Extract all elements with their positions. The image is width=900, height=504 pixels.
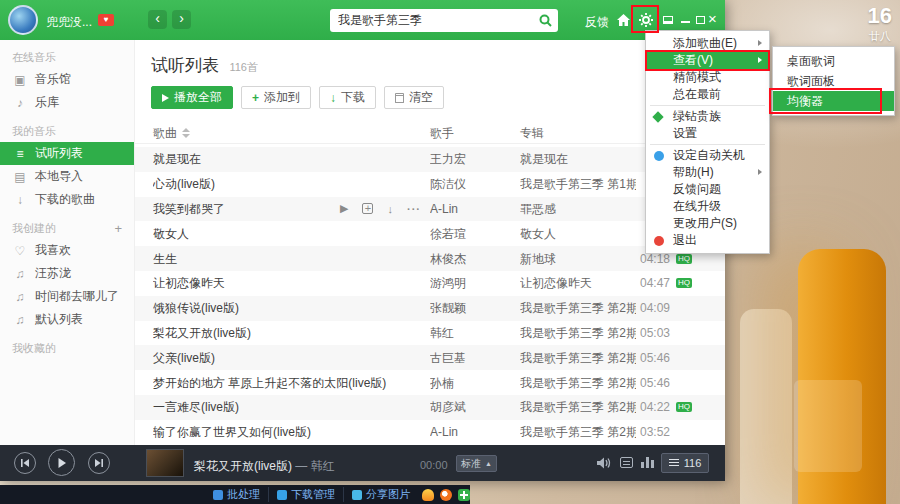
column-album[interactable]: 专辑 bbox=[520, 125, 544, 142]
song-artist[interactable]: 孙楠 bbox=[430, 374, 512, 391]
sidebar-item-downloaded[interactable]: ↓ 下载的歌曲 bbox=[0, 188, 134, 211]
quality-selector[interactable]: 标准 ▲ bbox=[456, 455, 497, 472]
sidebar-item-listening-list[interactable]: ≡ 试听列表 bbox=[0, 142, 134, 165]
menu-item-view[interactable]: 查看(V) bbox=[646, 52, 769, 69]
table-row[interactable]: 输了你赢了世界又如何(live版) A-Lin 我是歌手第三季 第2期 03:5… bbox=[135, 420, 725, 445]
song-artist[interactable]: 游鸿明 bbox=[430, 275, 512, 292]
row-download-icon[interactable]: ↓ bbox=[387, 203, 393, 215]
sidebar-item-favorites[interactable]: ♡ 我喜欢 bbox=[0, 239, 134, 262]
table-header: 歌曲 歌手 专辑 bbox=[135, 125, 725, 144]
menu-item-compact-mode[interactable]: 精简模式 bbox=[646, 69, 769, 86]
play-all-button[interactable]: 播放全部 bbox=[151, 86, 233, 109]
table-row[interactable]: 让初恋像昨天 游鸿明 让初恋像昨天 04:47 HQ bbox=[135, 271, 725, 296]
song-album[interactable]: 罪恶感 bbox=[520, 200, 636, 217]
song-artist[interactable]: 王力宏 bbox=[430, 151, 512, 168]
username[interactable]: 兜兜没... bbox=[46, 14, 92, 31]
download-button[interactable]: ↓ 下载 bbox=[319, 86, 376, 109]
table-row[interactable]: 生生 林俊杰 新地球 04:18 HQ bbox=[135, 246, 725, 271]
sidebar-item-local-import[interactable]: ▤ 本地导入 bbox=[0, 165, 134, 188]
taskbar-app-browser-icon[interactable] bbox=[440, 489, 452, 501]
taskbar-app-flame-icon[interactable] bbox=[422, 489, 434, 501]
album-art-thumbnail[interactable] bbox=[146, 449, 184, 477]
song-album[interactable]: 让初恋像昨天 bbox=[520, 275, 636, 292]
taskbar-app-plus-icon[interactable] bbox=[458, 489, 470, 501]
taskbar-item-share-image[interactable]: 分享图片 bbox=[344, 487, 418, 502]
song-album[interactable]: 我是歌手第三季 第2期 bbox=[520, 424, 636, 441]
home-icon[interactable] bbox=[616, 13, 631, 27]
song-artist[interactable]: A-Lin bbox=[430, 202, 512, 216]
table-row[interactable]: 饿狼传说(live版) 张靓颖 我是歌手第三季 第2期 04:09 bbox=[135, 296, 725, 321]
menu-item-always-on-top[interactable]: 总在最前 bbox=[646, 86, 769, 103]
equalizer-icon[interactable] bbox=[641, 457, 654, 468]
song-album[interactable]: 我是歌手第三季 第2期 bbox=[520, 324, 636, 341]
song-artist[interactable]: A-Lin bbox=[430, 425, 512, 439]
song-album[interactable]: 我是歌手第三季 第2期 bbox=[520, 349, 636, 366]
song-album[interactable]: 新地球 bbox=[520, 250, 636, 267]
song-artist[interactable]: 韩红 bbox=[430, 324, 512, 341]
volume-icon[interactable] bbox=[597, 457, 612, 469]
mini-mode-icon[interactable] bbox=[663, 16, 673, 24]
search-icon[interactable] bbox=[539, 14, 552, 27]
menu-item-switch-user[interactable]: 更改用户(S) bbox=[646, 215, 769, 232]
song-album[interactable]: 就是现在 bbox=[520, 151, 636, 168]
menu-item-settings[interactable]: 设置 bbox=[646, 125, 769, 142]
column-song[interactable]: 歌曲 bbox=[153, 125, 190, 142]
sidebar-item-library[interactable]: ♪ 乐库 bbox=[0, 91, 134, 114]
table-row[interactable]: 就是现在 王力宏 就是现在 bbox=[135, 147, 725, 172]
table-row[interactable]: 父亲(live版) 古巨基 我是歌手第三季 第2期 05:46 bbox=[135, 345, 725, 370]
clear-button[interactable]: 清空 bbox=[384, 86, 444, 109]
row-play-icon[interactable]: ▶ bbox=[340, 202, 348, 215]
table-row[interactable]: 敬女人 徐若瑄 敬女人 bbox=[135, 221, 725, 246]
song-artist[interactable]: 古巨基 bbox=[430, 349, 512, 366]
table-row[interactable]: 梨花又开放(live版) 韩红 我是歌手第三季 第2期 05:03 bbox=[135, 321, 725, 346]
forward-button[interactable]: › bbox=[172, 10, 191, 29]
song-album[interactable]: 敬女人 bbox=[520, 225, 636, 242]
lyrics-panel-icon[interactable] bbox=[620, 457, 633, 468]
taskbar-item-batch[interactable]: 批处理 bbox=[205, 487, 269, 502]
song-album[interactable]: 我是歌手第三季 第2期 bbox=[520, 399, 636, 416]
menu-item-feedback[interactable]: 反馈问题 bbox=[646, 181, 769, 198]
sidebar-item-default-list[interactable]: ♫ 默认列表 bbox=[0, 308, 134, 331]
feedback-link[interactable]: 反馈 bbox=[585, 14, 609, 31]
song-artist[interactable]: 陈洁仪 bbox=[430, 176, 512, 193]
sidebar-item-playlist-2[interactable]: ♫ 时间都去哪儿了 bbox=[0, 285, 134, 308]
song-artist[interactable]: 林俊杰 bbox=[430, 250, 512, 267]
song-album[interactable]: 我是歌手第三季 第2期 bbox=[520, 374, 636, 391]
table-row[interactable]: 心动(live版) 陈洁仪 我是歌手第三季 第1期 bbox=[135, 172, 725, 197]
sidebar-item-music-hall[interactable]: ▣ 音乐馆 bbox=[0, 68, 134, 91]
next-button[interactable] bbox=[88, 452, 110, 474]
menu-item-exit[interactable]: 退出 bbox=[646, 232, 769, 249]
previous-button[interactable] bbox=[14, 452, 36, 474]
play-button[interactable] bbox=[48, 449, 75, 476]
row-more-icon[interactable]: ··· bbox=[407, 203, 421, 215]
sidebar-item-playlist-1[interactable]: ♫ 汪苏泷 bbox=[0, 262, 134, 285]
row-add-icon[interactable]: + bbox=[362, 203, 373, 214]
table-row[interactable]: 梦开始的地方 草原上升起不落的太阳(live版) 孙楠 我是歌手第三季 第2期 … bbox=[135, 370, 725, 395]
track-artist[interactable]: 韩红 bbox=[311, 459, 335, 473]
menu-item-auto-shutdown[interactable]: 设定自动关机 bbox=[646, 147, 769, 164]
submenu-item-equalizer[interactable]: 均衡器 bbox=[773, 91, 894, 111]
song-artist[interactable]: 徐若瑄 bbox=[430, 225, 512, 242]
sort-icon[interactable] bbox=[182, 128, 190, 138]
maximize-icon[interactable] bbox=[696, 16, 705, 24]
close-icon[interactable]: × bbox=[708, 11, 717, 26]
song-album[interactable]: 我是歌手第三季 第2期 bbox=[520, 300, 636, 317]
back-button[interactable]: ‹ bbox=[148, 10, 167, 29]
user-avatar[interactable] bbox=[8, 5, 38, 35]
add-to-button[interactable]: + 添加到 bbox=[241, 86, 311, 109]
minimize-icon[interactable] bbox=[681, 21, 690, 23]
submenu-item-desktop-lyrics[interactable]: 桌面歌词 bbox=[773, 51, 894, 71]
menu-item-help[interactable]: 帮助(H) bbox=[646, 164, 769, 181]
song-artist[interactable]: 张靓颖 bbox=[430, 300, 512, 317]
song-artist[interactable]: 胡彦斌 bbox=[430, 399, 512, 416]
song-album[interactable]: 我是歌手第三季 第1期 bbox=[520, 176, 636, 193]
menu-item-online-upgrade[interactable]: 在线升级 bbox=[646, 198, 769, 215]
play-queue-button[interactable]: 116 bbox=[661, 453, 709, 473]
menu-item-green-diamond[interactable]: 绿钻贵族 bbox=[646, 108, 769, 125]
column-artist[interactable]: 歌手 bbox=[430, 125, 454, 142]
add-playlist-button[interactable]: + bbox=[114, 221, 122, 236]
table-row-hovered[interactable]: 我笑到都哭了 ▶ + ↓ ··· A-Lin 罪恶感 bbox=[135, 197, 725, 222]
taskbar-item-download-manager[interactable]: 下载管理 bbox=[269, 487, 344, 502]
table-row[interactable]: 一言难尽(live版) 胡彦斌 我是歌手第三季 第2期 04:22 HQ bbox=[135, 395, 725, 420]
search-input[interactable] bbox=[338, 9, 530, 32]
